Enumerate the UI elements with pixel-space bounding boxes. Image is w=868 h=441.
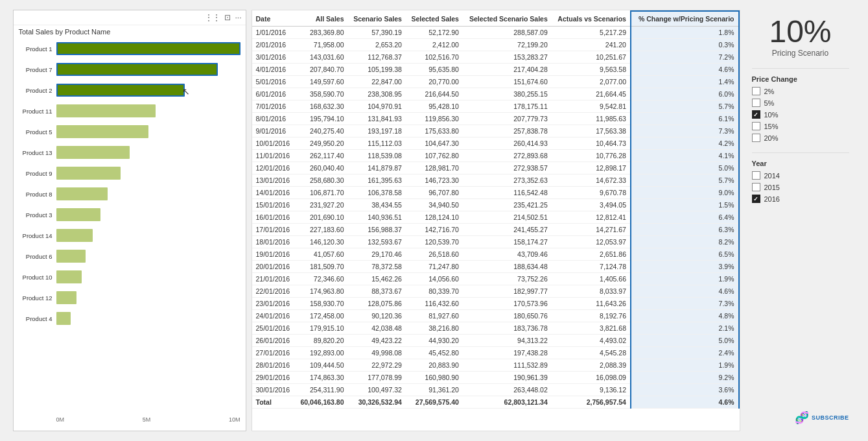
table-cell: 143,031.60: [295, 51, 348, 64]
table-cell: 115,112.03: [348, 137, 406, 150]
bar-fill: [56, 187, 108, 200]
checkbox[interactable]: [752, 171, 760, 180]
table-cell: 4.6%: [631, 64, 739, 76]
table-cell: 128,124.10: [406, 211, 463, 224]
table-cell: 38,216.80: [406, 322, 463, 335]
price-change-option[interactable]: 5%: [752, 99, 849, 107]
total-cell: 60,046,163.80: [295, 396, 348, 409]
table-cell: 80,339.70: [406, 285, 463, 298]
table-row: 25/01/2016179,915.1042,038.4838,216.8018…: [252, 322, 739, 335]
checkbox[interactable]: ✓: [752, 110, 760, 119]
bar-label: Product 12: [19, 294, 56, 302]
checkbox-label: 15%: [764, 123, 779, 130]
bar-row[interactable]: Product 10: [19, 268, 240, 286]
bar-row[interactable]: Product 1: [19, 40, 240, 58]
table-cell: 177,078.99: [348, 372, 406, 384]
total-cell: 62,803,121.34: [463, 396, 552, 409]
table-cell: 151,674.60: [463, 76, 552, 88]
table-cell: 8,192.76: [552, 310, 631, 322]
table-cell: 11,985.63: [552, 113, 631, 125]
bar-row[interactable]: Product 8: [19, 185, 240, 203]
table-cell: 188,634.48: [463, 261, 552, 273]
table-cell: 27/01/2016: [252, 347, 296, 359]
more-icon[interactable]: ···: [235, 13, 241, 22]
price-change-section: Price Change 2%5%✓10%15%20%: [752, 68, 849, 142]
table-cell: 16/01/2016: [252, 211, 296, 224]
bar-row[interactable]: Product 4: [19, 309, 240, 328]
subscribe-area[interactable]: 🧬 SUBSCRIBE: [752, 411, 849, 425]
table-cell: 4.8%: [631, 310, 739, 322]
bar-row[interactable]: Product 12: [19, 289, 240, 307]
total-row: Total60,046,163.8030,326,532.9427,569,57…: [252, 396, 739, 409]
table-cell: 16,098.09: [552, 372, 631, 384]
table-row: 6/01/2016358,590.70238,308.95216,644.503…: [252, 88, 739, 101]
price-change-option[interactable]: 20%: [752, 134, 849, 142]
table-cell: 258,680.30: [295, 174, 348, 187]
bar-fill: [56, 125, 148, 138]
grid-icon[interactable]: ⋮⋮: [205, 13, 220, 22]
table-cell: 183,736.78: [463, 322, 552, 335]
table-cell: 95,635.80: [406, 64, 463, 76]
table-cell: 2,651.86: [552, 248, 631, 261]
table-cell: 5.0%: [631, 335, 739, 347]
table-cell: 193,197.18: [348, 125, 406, 137]
table-cell: 380,255.15: [463, 88, 552, 101]
year-option[interactable]: 2015: [752, 183, 849, 191]
bar-row[interactable]: Product 14: [19, 226, 240, 244]
expand-icon[interactable]: ⊡: [224, 13, 231, 22]
table-cell: 5/01/2016: [252, 76, 296, 88]
bar-row[interactable]: Product 2↖: [19, 81, 240, 99]
price-change-option[interactable]: ✓10%: [752, 110, 849, 119]
bar-row[interactable]: Product 9: [19, 164, 240, 182]
table-row: 2/01/201671,958.002,653.202,412.0072,199…: [252, 39, 739, 51]
table-cell: 197,438.28: [463, 347, 552, 359]
bar-label: Product 1: [19, 45, 56, 53]
table-row: 10/01/2016249,950.20115,112.03104,647.30…: [252, 137, 739, 150]
table-cell: 116,432.60: [406, 298, 463, 310]
checkbox[interactable]: [752, 134, 760, 142]
table-header-cell: Selected Sales: [406, 11, 463, 27]
checkbox[interactable]: [752, 122, 760, 130]
xaxis-label: 10M: [229, 416, 240, 423]
total-cell: 30,326,532.94: [348, 396, 406, 409]
table-header-cell: % Change w/Pricing Scenario: [631, 11, 739, 27]
table-row: 20/01/2016181,509.7078,372.5871,247.8018…: [252, 261, 739, 273]
table-cell: 179,915.10: [295, 322, 348, 335]
checkbox-label: 5%: [764, 99, 775, 107]
price-change-option[interactable]: 2%: [752, 87, 849, 95]
checkbox[interactable]: ✓: [752, 195, 760, 203]
bar-outer: [56, 229, 240, 242]
bar-row[interactable]: Product 5: [19, 123, 240, 141]
year-option[interactable]: 2014: [752, 171, 849, 180]
table-cell: 149,597.60: [295, 76, 348, 88]
table-cell: 6/01/2016: [252, 88, 296, 101]
table-row: 3/01/2016143,031.60112,768.37102,516.701…: [252, 51, 739, 64]
checkbox[interactable]: [752, 87, 760, 95]
table-cell: 88,373.67: [348, 285, 406, 298]
table-cell: 170,573.96: [463, 298, 552, 310]
table-cell: 262,117.40: [295, 150, 348, 162]
table-panel[interactable]: DateAll SalesScenario SalesSelected Sale…: [252, 10, 740, 431]
table-row: 15/01/2016231,927.2038,434.5534,940.5023…: [252, 199, 739, 211]
checkbox[interactable]: [752, 99, 760, 107]
price-change-option[interactable]: 15%: [752, 122, 849, 130]
bar-row[interactable]: Product 3: [19, 206, 240, 224]
checkbox[interactable]: [752, 183, 760, 191]
total-cell: 27,569,575.40: [406, 396, 463, 409]
data-table: DateAll SalesScenario SalesSelected Sale…: [252, 10, 740, 409]
table-cell: 2,088.39: [552, 359, 631, 372]
table-cell: 207,840.70: [295, 64, 348, 76]
bar-row[interactable]: Product 11: [19, 102, 240, 120]
table-cell: 207,779.73: [463, 113, 552, 125]
table-cell: 140,936.51: [348, 211, 406, 224]
table-row: 9/01/2016240,275.40193,197.18175,633.802…: [252, 125, 739, 137]
table-cell: 89,820.20: [295, 335, 348, 347]
bar-row[interactable]: Product 13: [19, 143, 240, 161]
table-cell: 1.5%: [631, 199, 739, 211]
bar-row[interactable]: Product 6: [19, 247, 240, 265]
table-row: 24/01/2016172,458.0090,120.3681,927.6018…: [252, 310, 739, 322]
year-option[interactable]: ✓2016: [752, 195, 849, 203]
table-row: 27/01/2016192,893.0049,998.0845,452.8019…: [252, 347, 739, 359]
bar-row[interactable]: Product 7: [19, 60, 240, 78]
subscribe-text[interactable]: SUBSCRIBE: [812, 414, 849, 421]
